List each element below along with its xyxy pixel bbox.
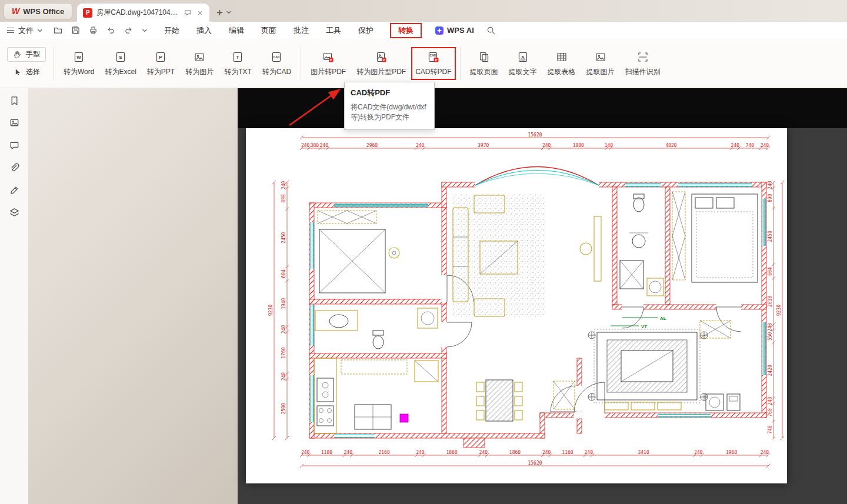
app-tab-wps-office[interactable]: W WPS Office <box>4 3 72 19</box>
btn-cad-to-pdf[interactable]: CAD P CAD转PDF <box>411 47 455 80</box>
svg-text:240: 240 <box>344 450 353 455</box>
btn-convert-image[interactable]: 转为图片 <box>180 46 219 81</box>
save-icon[interactable] <box>71 25 81 35</box>
redo-icon[interactable] <box>124 25 134 35</box>
furniture <box>314 192 758 433</box>
btn-extract-image[interactable]: 提取图片 <box>581 46 620 81</box>
svg-text:240: 240 <box>301 143 310 148</box>
svg-text:2450: 2450 <box>281 232 286 243</box>
svg-text:604: 604 <box>768 267 773 276</box>
tab-comment-icon[interactable] <box>184 9 192 17</box>
comment-panel-icon[interactable] <box>9 140 20 151</box>
select-tool-label: 选择 <box>26 67 40 77</box>
svg-text:240: 240 <box>761 143 769 148</box>
hand-tool-button[interactable]: 手型 <box>7 47 46 62</box>
menu-item-edit[interactable]: 编辑 <box>228 24 245 38</box>
bookmark-icon[interactable] <box>9 95 20 106</box>
wps-ai-icon <box>435 26 444 35</box>
new-tab-button[interactable]: + <box>216 8 223 18</box>
svg-text:9230: 9230 <box>776 305 782 316</box>
svg-text:1880: 1880 <box>573 143 584 148</box>
menu-item-protect[interactable]: 保护 <box>358 24 374 38</box>
search-icon[interactable] <box>486 25 496 35</box>
file-menu-button[interactable]: 文件 <box>7 25 44 36</box>
svg-text:240: 240 <box>542 143 551 148</box>
thumbnail-panel-icon[interactable] <box>9 118 20 129</box>
dim-left-segments: 2408902450604194024017602402500 <box>281 181 289 440</box>
btn-extract-table[interactable]: 提取表格 <box>542 46 581 81</box>
annotation-al: AL <box>660 316 666 321</box>
svg-text:240: 240 <box>281 372 286 381</box>
undo-redo-chevron-icon[interactable] <box>141 27 148 34</box>
svg-text:740: 740 <box>746 143 755 148</box>
tab-close-icon[interactable]: × <box>196 9 204 17</box>
menu-item-convert[interactable]: 转换 <box>390 23 422 38</box>
svg-text:1960: 1960 <box>726 450 737 455</box>
image-type-pdf-icon: P <box>375 51 387 63</box>
ppt-doc-icon: P <box>155 51 166 63</box>
word-doc-icon: W <box>73 51 85 63</box>
extract-pages-icon <box>478 51 490 63</box>
document-page[interactable]: 15620 2403802402960240397024018801404020… <box>246 128 787 483</box>
file-menu-label: 文件 <box>18 25 34 36</box>
btn-image-to-pdf[interactable]: P 图片转PDF <box>305 46 351 81</box>
wps-ai-label: WPS AI <box>447 26 474 35</box>
cad-doc-icon: CAD <box>271 51 282 63</box>
title-bar: W WPS Office P 房屋CAD.dwg-10471043243... … <box>0 0 847 22</box>
menu-item-page[interactable]: 页面 <box>261 24 277 38</box>
dim-bottom-total: 15620 <box>300 460 770 468</box>
btn-extract-pages[interactable]: 提取页面 <box>465 46 503 81</box>
tooltip-body: 将CAD文件(dwg/dwt/dxf等)转换为PDF文件 <box>351 102 428 123</box>
svg-text:S: S <box>119 55 122 60</box>
menu-bar: 文件 开始 插入 编辑 页面 批注 工具 保护 转换 WPS AI <box>0 22 847 39</box>
menu-item-comment[interactable]: 批注 <box>293 24 309 38</box>
svg-text:240: 240 <box>416 143 425 148</box>
svg-text:240: 240 <box>281 181 286 189</box>
app-tab-label: WPS Office <box>23 7 64 16</box>
layers-icon[interactable] <box>9 207 20 218</box>
btn-to-image-pdf[interactable]: P 转为图片型PDF <box>351 46 411 81</box>
btn-convert-cad[interactable]: CAD 转为CAD <box>257 46 296 81</box>
canvas-top-strip <box>238 88 847 128</box>
btn-ocr-scan[interactable]: 扫描件识别 <box>620 46 666 81</box>
svg-text:760: 760 <box>768 408 773 417</box>
btn-convert-excel[interactable]: S 转为Excel <box>99 46 141 81</box>
floor-plan-svg: 15620 2403802402960240397024018801404020… <box>246 128 787 483</box>
background-panel <box>28 88 238 504</box>
menu-items: 开始 插入 编辑 页面 批注 工具 保护 转换 <box>164 23 422 38</box>
svg-text:380: 380 <box>311 143 319 148</box>
dim-bottom-segments: 2401180240216024018602401860240116024034… <box>300 450 770 457</box>
annotate-pen-icon[interactable] <box>9 185 20 196</box>
extract-text-icon: A <box>517 51 529 63</box>
svg-text:CAD: CAD <box>429 54 436 57</box>
menu-item-tools[interactable]: 工具 <box>325 24 342 38</box>
undo-icon[interactable] <box>106 25 116 35</box>
quick-access-toolbar <box>53 25 148 35</box>
svg-text:240: 240 <box>542 450 551 455</box>
svg-text:2450: 2450 <box>768 231 773 242</box>
btn-extract-text[interactable]: A 提取文字 <box>503 46 542 81</box>
btn-convert-txt[interactable]: T 转为TXT <box>219 46 257 81</box>
svg-text:P: P <box>159 55 163 60</box>
attachment-icon[interactable] <box>9 162 20 173</box>
ribbon-toolbar: 手型 选择 W 转为Word S 转为Excel P 转为PPT 转为图片 <box>0 39 847 88</box>
svg-text:740: 740 <box>768 425 773 434</box>
cursor-tools: 手型 选择 <box>7 47 46 79</box>
btn-convert-word[interactable]: W 转为Word <box>58 46 99 81</box>
svg-text:3970: 3970 <box>478 143 489 148</box>
select-tool-button[interactable]: 选择 <box>7 65 46 79</box>
menu-item-home[interactable]: 开始 <box>164 24 180 38</box>
svg-text:15620: 15620 <box>528 460 542 466</box>
svg-text:1940: 1940 <box>281 298 286 309</box>
tab-list-chevron-icon[interactable] <box>225 9 232 16</box>
doc-tab[interactable]: P 房屋CAD.dwg-10471043243... × <box>77 4 209 22</box>
print-icon[interactable] <box>88 25 98 35</box>
btn-convert-ppt[interactable]: P 转为PPT <box>142 46 180 81</box>
svg-text:2500: 2500 <box>281 403 286 414</box>
open-folder-icon[interactable] <box>53 25 63 35</box>
wps-ai-button[interactable]: WPS AI <box>435 26 474 35</box>
svg-text:9230: 9230 <box>268 305 274 316</box>
svg-text:240: 240 <box>320 143 329 148</box>
ribbon-separator <box>301 46 301 81</box>
menu-item-insert[interactable]: 插入 <box>196 24 212 38</box>
